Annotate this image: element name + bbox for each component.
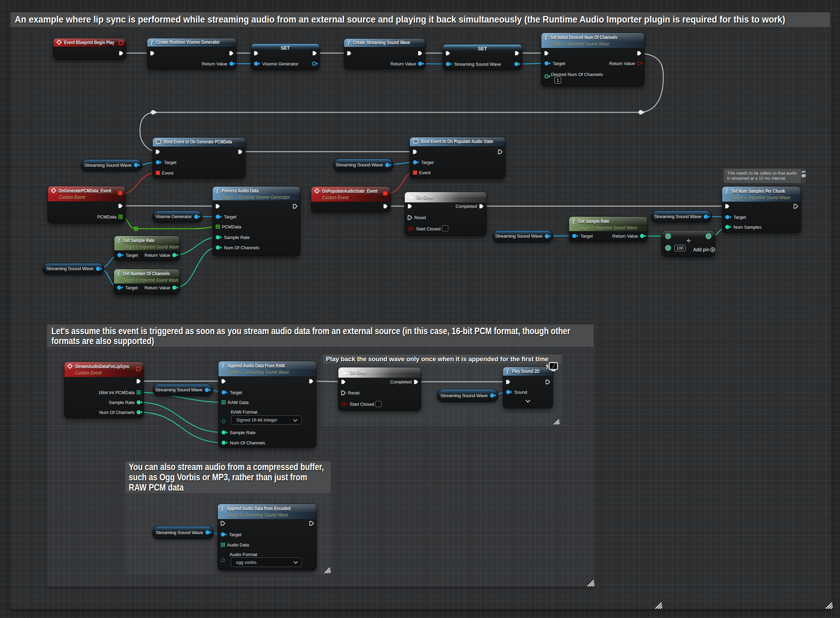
svg-text:1: 1 (342, 369, 344, 373)
svg-text:1: 1 (409, 194, 410, 197)
